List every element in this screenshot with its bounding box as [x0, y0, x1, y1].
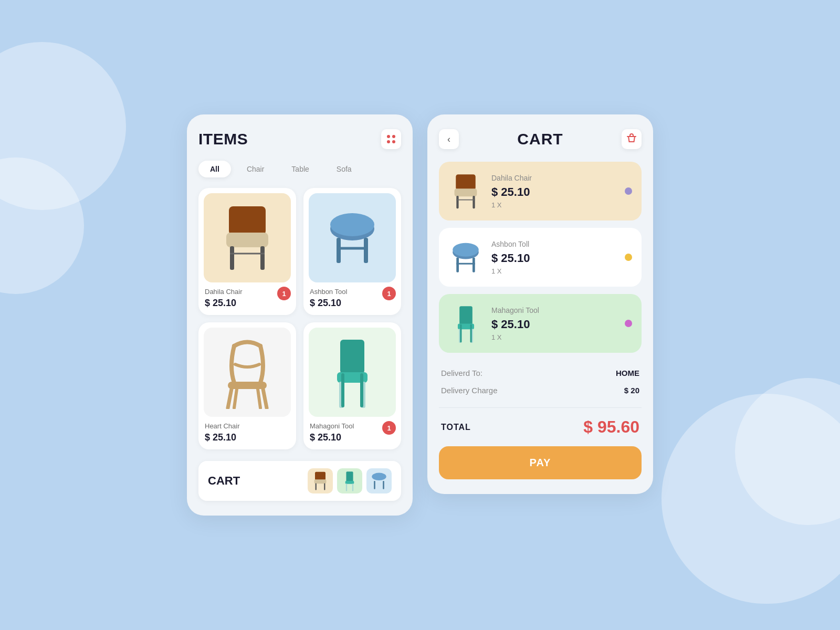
- svg-rect-24: [352, 484, 353, 491]
- cart-item-ashbon-price: $ 25.10: [491, 251, 633, 265]
- cart-item-mahagoni-image: [447, 302, 484, 344]
- basket-icon: [625, 133, 638, 145]
- cart-thumb-chair: [308, 468, 333, 494]
- dot-4: [392, 140, 395, 143]
- cart-panel: ‹ CART: [427, 114, 653, 494]
- delivery-charge-value: $ 20: [624, 386, 639, 395]
- mahagoni-image-area: [309, 328, 396, 417]
- ashbon-info: Ashbon Tool $ 25.10 1: [303, 282, 401, 315]
- cart-item-ashbon: Ashbon Toll $ 25.10 1 X: [439, 228, 642, 287]
- items-panel: ITEMS All Chair Table Sofa: [187, 114, 413, 516]
- mahagoni-info: Mahagoni Tool $ 25.10 1: [303, 417, 401, 449]
- cart-item-mahagoni: Mahagoni Tool $ 25.10 1 X: [439, 294, 642, 353]
- mahagoni-price: $ 25.10: [310, 432, 395, 443]
- heart-info: Heart Chair $ 25.10: [198, 417, 296, 449]
- svg-rect-19: [316, 484, 317, 490]
- mahagoni-chair-image: [329, 335, 376, 409]
- pay-button[interactable]: PAY: [439, 446, 642, 479]
- dahila-image-area: [204, 193, 291, 282]
- filter-table[interactable]: Table: [280, 161, 320, 177]
- cart-bottom-bar[interactable]: CART: [198, 461, 401, 501]
- grid-dots-icon: [387, 135, 395, 143]
- cart-item-ashbon-name: Ashbon Toll: [491, 240, 633, 248]
- cart-item-dahila-image: [447, 170, 484, 212]
- svg-rect-8: [364, 238, 368, 263]
- delivery-to-label: Deliverd To:: [441, 369, 482, 377]
- basket-button[interactable]: [622, 129, 642, 149]
- svg-point-6: [330, 213, 374, 236]
- back-arrow-icon: ‹: [447, 134, 450, 145]
- dahila-color-dot: [625, 187, 632, 195]
- cart-item-dahila-qty: 1 X: [491, 201, 633, 209]
- svg-rect-2: [230, 246, 234, 270]
- cart-item-dahila: Dahila Chair $ 25.10 1 X: [439, 162, 642, 220]
- cart-thumbnails: [308, 468, 392, 494]
- svg-rect-23: [346, 484, 347, 491]
- dot-2: [392, 135, 395, 138]
- delivery-section: Deliverd To: HOME Delivery Charge $ 20: [439, 364, 642, 399]
- product-card-ashbon[interactable]: Ashbon Tool $ 25.10 1: [303, 188, 401, 315]
- svg-rect-10: [228, 382, 267, 389]
- svg-rect-20: [324, 484, 325, 490]
- bg-decoration-4: [735, 378, 840, 525]
- items-title: ITEMS: [198, 130, 248, 148]
- cart-item-dahila-name: Dahila Chair: [491, 174, 633, 182]
- product-grid: Dahila Chair $ 25.10 1: [198, 188, 401, 449]
- heart-chair-image: [218, 335, 276, 409]
- cart-thumb-dining: [337, 468, 362, 494]
- product-card-mahagoni[interactable]: Mahagoni Tool $ 25.10 1: [303, 322, 401, 449]
- dahila-chair-image: [218, 201, 276, 275]
- cart-item-mahagoni-price: $ 25.10: [491, 318, 633, 331]
- main-container: ITEMS All Chair Table Sofa: [187, 114, 653, 516]
- svg-rect-43: [470, 324, 471, 342]
- delivery-charge-row: Delivery Charge $ 20: [441, 382, 639, 399]
- cart-thumb-stool: [366, 468, 392, 494]
- svg-rect-11: [340, 340, 364, 374]
- grid-view-button[interactable]: [381, 129, 401, 149]
- svg-rect-18: [314, 479, 327, 484]
- svg-rect-28: [456, 174, 476, 190]
- svg-rect-29: [455, 188, 477, 196]
- svg-rect-30: [456, 196, 458, 208]
- svg-rect-36: [472, 257, 475, 272]
- heart-price: $ 25.10: [205, 432, 290, 443]
- ashbon-image-area: [309, 193, 396, 282]
- svg-rect-26: [374, 481, 375, 489]
- svg-point-34: [453, 243, 479, 256]
- svg-rect-35: [456, 257, 459, 272]
- ashbon-color-dot: [625, 254, 632, 261]
- total-value: $ 95.60: [583, 417, 639, 437]
- svg-point-25: [372, 473, 386, 480]
- filter-all[interactable]: All: [198, 161, 231, 177]
- ashbon-stool-image: [326, 209, 379, 267]
- cart-item-ashbon-qty: 1 X: [491, 267, 633, 275]
- cart-header: ‹ CART: [439, 129, 642, 149]
- bg-decoration-1: [0, 42, 126, 210]
- heart-image-area: [204, 328, 291, 417]
- cart-item-mahagoni-qty: 1 X: [491, 333, 633, 341]
- delivery-charge-label: Delivery Charge: [441, 386, 498, 395]
- product-card-dahila[interactable]: Dahila Chair $ 25.10 1: [198, 188, 296, 315]
- total-row: TOTAL $ 95.60: [439, 412, 642, 446]
- filter-sofa[interactable]: Sofa: [325, 161, 363, 177]
- dahila-price: $ 25.10: [205, 298, 290, 309]
- dot-1: [387, 135, 390, 138]
- svg-rect-42: [460, 324, 461, 342]
- svg-rect-1: [226, 233, 268, 247]
- svg-rect-21: [346, 471, 353, 481]
- delivery-to-value: HOME: [616, 369, 639, 377]
- dahila-info: Dahila Chair $ 25.10 1: [198, 282, 296, 315]
- filter-tabs: All Chair Table Sofa: [198, 161, 401, 177]
- cart-item-mahagoni-details: Mahagoni Tool $ 25.10 1 X: [491, 306, 633, 341]
- filter-chair[interactable]: Chair: [235, 161, 276, 177]
- total-divider: [439, 407, 642, 408]
- svg-rect-7: [337, 238, 341, 263]
- back-button[interactable]: ‹: [439, 129, 459, 149]
- bg-decoration-2: [0, 158, 84, 294]
- dot-3: [387, 140, 390, 143]
- mahagoni-color-dot: [625, 320, 632, 327]
- ashbon-price: $ 25.10: [310, 298, 395, 309]
- svg-rect-31: [472, 196, 475, 208]
- product-card-heart[interactable]: Heart Chair $ 25.10: [198, 322, 296, 449]
- svg-rect-15: [341, 373, 344, 407]
